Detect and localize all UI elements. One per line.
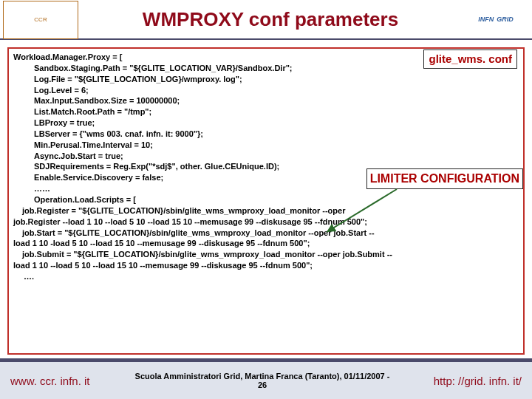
limiter-label: LIMITER CONFIGURATION [366, 168, 523, 189]
grid-text: GRID [497, 16, 514, 23]
cfg-line: job.Submit = "${GLITE_LOCATION}/sbin/gli… [13, 249, 519, 260]
ccr-logo: CCR [3, 1, 78, 39]
footer-caption: Scuola Amministratori Grid, Martina Fran… [135, 372, 390, 381]
footer-left-url: www. ccr. infn. it [0, 375, 121, 387]
slide-footer: www. ccr. infn. it Scuola Amministratori… [0, 358, 532, 399]
infn-text: INFN [478, 16, 494, 23]
infn-grid-logo: INFN GRID [463, 1, 529, 37]
cfg-line: Workload.Manager.Proxy = [ [13, 52, 122, 61]
cfg-line: Log.Level = 6; [13, 85, 519, 96]
cfg-line: load 1 10 -load 5 10 --load 15 10 --memu… [13, 239, 310, 248]
cfg-line: Log.File = "${GLITE_LOCATION_LOG}/wmprox… [13, 74, 519, 85]
cfg-line: LBServer = {"wms 003. cnaf. infn. it: 90… [13, 129, 519, 140]
slide-title: WMPROXY conf parameters [78, 8, 463, 31]
slide-number: 26 [258, 381, 267, 389]
cfg-line: List.Match.Root.Path = "/tmp"; [13, 106, 519, 117]
cfg-line: LBProxy = true; [13, 117, 519, 129]
cfg-line: Operation.Load.Scripts = [ [13, 194, 519, 205]
cfg-line: Max.Input.Sandbox.Size = 100000000; [13, 95, 519, 106]
config-box: glite_wms. conf LIMITER CONFIGURATION Wo… [7, 47, 525, 355]
cfg-line: job.Start = "${GLITE_LOCATION}/sbin/glit… [13, 228, 519, 239]
footer-center: Scuola Amministratori Grid, Martina Fran… [121, 372, 403, 389]
cfg-line: Min.Perusal.Time.Interval = 10; [13, 140, 519, 151]
cfg-line: job.Register --load 1 10 --load 5 10 --l… [13, 217, 367, 226]
footer-right-url: http: //grid. infn. it/ [403, 375, 532, 387]
cfg-line: load 1 10 --load 5 10 --load 15 10 --mem… [13, 261, 313, 270]
cfg-line: …. [13, 271, 519, 282]
slide-header: CCR WMPROXY conf parameters INFN GRID [0, 0, 532, 40]
cfg-line: job.Register = "${GLITE_LOCATION}/sbin/g… [13, 205, 519, 216]
filename-label: glite_wms. conf [423, 50, 517, 69]
cfg-line: Async.Job.Start = true; [13, 151, 519, 162]
